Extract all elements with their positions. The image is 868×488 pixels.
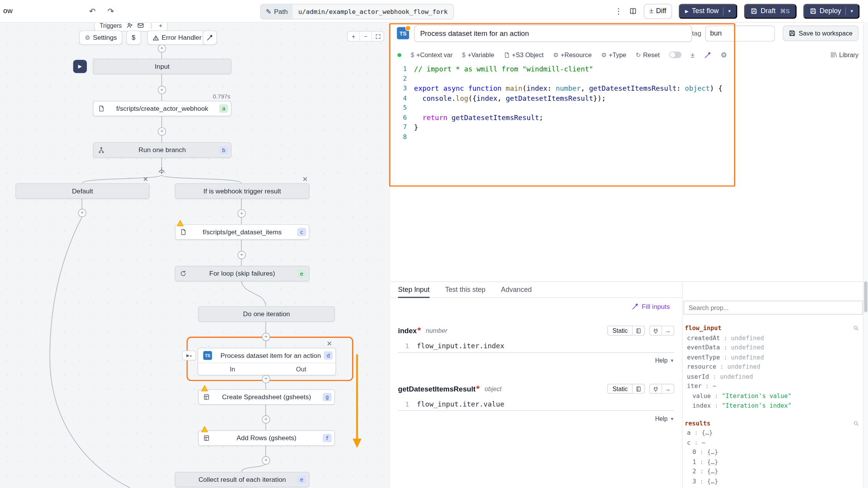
node-branch-if-webhook[interactable]: If is webhook trigger result: [175, 183, 310, 199]
chevron-down-icon[interactable]: ▾: [851, 8, 853, 14]
prop-row[interactable]: a : {…}: [685, 428, 861, 438]
prop-row[interactable]: value : "Iteration's value": [685, 391, 861, 401]
redo-button[interactable]: ↷: [104, 4, 117, 17]
add-step-button[interactable]: +: [158, 86, 166, 94]
props-section-title[interactable]: flow_input: [685, 324, 861, 333]
search-icon[interactable]: [853, 420, 859, 426]
assistant-toggle[interactable]: [669, 51, 682, 58]
node-create-actor-webhook[interactable]: f/scripts/create_actor_webhook a: [93, 101, 232, 116]
tag-input[interactable]: [705, 25, 775, 41]
step-title-input[interactable]: [414, 25, 692, 42]
prop-row[interactable]: 0 : {…}: [685, 447, 861, 457]
flow-settings-button[interactable]: ⚙ Settings: [79, 30, 122, 45]
add-step-button[interactable]: +: [158, 44, 166, 53]
tab-advanced[interactable]: Advanced: [501, 282, 532, 298]
node-add-rows[interactable]: Add Rows (gsheets) f: [198, 430, 335, 446]
mail-icon[interactable]: [137, 22, 144, 29]
path-chip[interactable]: ✎ Path u/admin/example_actor_webhook_flo…: [260, 4, 454, 19]
prop-row[interactable]: userId : undefined: [685, 372, 861, 381]
node-run-one-branch[interactable]: Run one branch b: [93, 142, 232, 158]
prop-row[interactable]: createdAt : undefined: [685, 333, 861, 343]
draft-button[interactable]: Draft ⌘S: [744, 3, 797, 19]
prop-row[interactable]: iter : −: [685, 381, 861, 391]
library-button[interactable]: Library: [830, 51, 858, 58]
help-toggle[interactable]: Help▼: [398, 412, 674, 425]
deploy-button[interactable]: Deploy ▾: [803, 3, 860, 19]
port-out[interactable]: Out: [267, 363, 335, 375]
prop-row[interactable]: eventType : undefined: [685, 352, 861, 362]
ai-assistant-button[interactable]: [203, 30, 217, 45]
error-handler-button[interactable]: Error Handler: [147, 30, 207, 45]
node-create-spreadsheet[interactable]: Create Spreadsheet (gsheets) g: [198, 389, 335, 405]
apply-arrow-button[interactable]: →: [662, 384, 674, 394]
add-resource-button[interactable]: ⚙+Resource: [553, 51, 592, 59]
expression-mode-button[interactable]: [633, 325, 645, 336]
node-collect-result[interactable]: Collect result of each iteration e: [175, 472, 310, 487]
node-input[interactable]: Input: [93, 59, 232, 74]
user-plus-icon[interactable]: [126, 22, 133, 29]
save-to-workspace-button[interactable]: Save to workspace: [783, 25, 859, 41]
diff-icon[interactable]: ±: [691, 51, 695, 59]
chevron-down-icon[interactable]: ▾: [728, 8, 731, 14]
add-context-var-button[interactable]: $+Context var: [411, 51, 453, 58]
search-icon[interactable]: [853, 325, 859, 331]
port-in[interactable]: In: [198, 363, 267, 375]
workspace-variables-button[interactable]: $: [126, 30, 141, 45]
prop-row[interactable]: 2 : {…}: [685, 467, 861, 476]
node-branch-default[interactable]: Default: [15, 183, 149, 199]
prop-row[interactable]: 1 : {…}: [685, 457, 861, 467]
diff-button[interactable]: ± Diff: [644, 3, 672, 19]
props-section-title[interactable]: results: [685, 419, 861, 428]
expression-input[interactable]: 1 flow_input.iter.index: [398, 339, 674, 352]
zoom-in-button[interactable]: +: [348, 32, 359, 41]
add-step-button[interactable]: +: [262, 456, 270, 465]
fill-inputs-button[interactable]: Fill inputs: [632, 303, 670, 310]
node-do-one-iteration[interactable]: Do one iteration: [198, 306, 335, 322]
kebab-menu-button[interactable]: ⋮: [614, 7, 622, 15]
editor-settings-button[interactable]: ⚙: [721, 51, 727, 59]
connect-input-button[interactable]: [649, 325, 662, 336]
static-mode-button[interactable]: Static: [607, 384, 633, 394]
code-editor[interactable]: 1// import * as wmill from "windmill-cli…: [390, 64, 744, 142]
add-step-button[interactable]: +: [262, 375, 270, 383]
test-flow-button[interactable]: ▶ Test flow ▾: [678, 3, 738, 19]
more-icon[interactable]: ⋮: [148, 22, 154, 29]
help-toggle[interactable]: Help▼: [398, 354, 674, 367]
flow-canvas[interactable]: Triggers ⋮ + ⚙ Settings $ Error Handler …: [0, 22, 391, 488]
prop-row[interactable]: resource : undefined: [685, 362, 861, 372]
close-icon[interactable]: ✕: [302, 176, 308, 183]
run-flow-button[interactable]: ▶: [73, 60, 87, 73]
prop-row[interactable]: c : −: [685, 438, 861, 447]
tab-test-this-step[interactable]: Test this step: [445, 282, 486, 298]
add-type-button[interactable]: ⚙+Type: [601, 51, 626, 59]
node-for-loop[interactable]: For loop (skip failures) e: [175, 266, 310, 281]
tab-step-input[interactable]: Step Input: [398, 282, 430, 298]
add-step-button[interactable]: +: [78, 209, 86, 217]
ai-wand-button[interactable]: [704, 51, 711, 59]
node-process-dataset-item[interactable]: TS Process dataset item for an action d …: [198, 348, 336, 376]
add-step-button[interactable]: +: [262, 333, 270, 341]
search-props-input[interactable]: [684, 301, 863, 315]
run-step-pill[interactable]: ▶▾: [182, 351, 196, 361]
add-s3-object-button[interactable]: +S3 Object: [504, 51, 544, 58]
expression-mode-button[interactable]: [633, 384, 645, 394]
add-step-button[interactable]: +: [262, 415, 270, 424]
expression-input[interactable]: 1 flow_input.iter.value: [398, 398, 674, 411]
add-step-button[interactable]: +: [237, 209, 246, 218]
add-step-button[interactable]: +: [158, 127, 166, 136]
prop-row[interactable]: index : "Iteration's index": [685, 401, 861, 410]
branch-split-icon[interactable]: [157, 166, 166, 175]
connect-input-button[interactable]: [649, 384, 662, 394]
add-trigger-button[interactable]: +: [159, 22, 162, 29]
zoom-out-button[interactable]: −: [359, 32, 372, 41]
undo-button[interactable]: ↶: [86, 4, 99, 17]
reset-button[interactable]: ↻Reset: [636, 51, 660, 59]
close-icon[interactable]: ✕: [327, 341, 332, 347]
close-icon[interactable]: ✕: [143, 176, 148, 183]
node-get-dataset-items[interactable]: f/scripts/get_dataset_items c: [175, 224, 310, 240]
add-step-button[interactable]: +: [237, 251, 246, 259]
apply-arrow-button[interactable]: →: [662, 325, 674, 336]
prop-row[interactable]: 3 : {…}: [685, 476, 861, 486]
add-variable-button[interactable]: $+Variable: [462, 51, 494, 58]
prop-row[interactable]: 4 : {…}: [685, 486, 861, 488]
